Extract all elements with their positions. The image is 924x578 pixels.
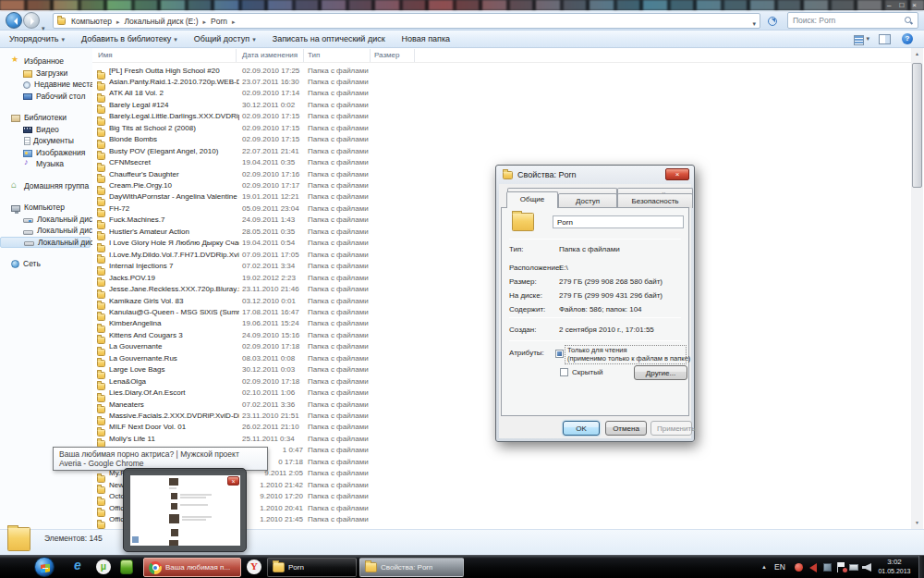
file-row[interactable]: Busty POV (Elegant Angel, 2010)22.07.201… xyxy=(92,145,911,157)
sidebar-group-header[interactable]: Домашняя группа xyxy=(0,180,92,192)
file-date: 02.09.2010 17:17 xyxy=(242,181,303,190)
ok-button[interactable]: OK xyxy=(563,421,600,436)
file-row[interactable]: ATK All 18 Vol. 202.09.2010 17:14Папка с… xyxy=(92,88,911,100)
network-icon[interactable] xyxy=(849,564,858,571)
action-center-flag-icon[interactable] xyxy=(836,562,846,572)
search-box[interactable]: Поиск: Porn xyxy=(787,12,918,29)
file-type: Папка с файлами xyxy=(308,215,382,224)
chrome-icon xyxy=(149,561,162,574)
toolbar-item[interactable]: Общий доступ xyxy=(194,34,256,43)
start-button[interactable] xyxy=(34,557,55,577)
hidden-checkbox[interactable] xyxy=(560,368,568,376)
dialog-close-icon[interactable] xyxy=(665,168,689,180)
language-indicator[interactable]: EN xyxy=(774,562,785,572)
dialog-tab[interactable]: Доступ xyxy=(558,193,617,208)
sidebar-item[interactable]: Загрузки xyxy=(0,68,92,80)
toolbar-item[interactable]: Упорядочить xyxy=(9,34,65,43)
folder-name-input[interactable]: Porn xyxy=(553,215,684,228)
selected-folder-icon xyxy=(7,527,30,551)
tray-icon-player[interactable] xyxy=(809,563,817,572)
close-icon[interactable]: × xyxy=(912,2,917,9)
file-row[interactable]: Asian.Panty.Raid.1-2.2010.720p.WEB-DL...… xyxy=(92,76,911,88)
back-button[interactable] xyxy=(6,12,22,29)
file-date: 05.09.2011 23:04 xyxy=(242,204,303,213)
address-dropdown-caret-icon[interactable] xyxy=(752,13,756,30)
sidebar-item[interactable]: Музыка xyxy=(0,158,92,170)
thumbnail-page[interactable] xyxy=(130,475,240,546)
preview-pane-icon[interactable] xyxy=(879,34,891,44)
sidebar-item[interactable]: Изображения xyxy=(0,147,92,159)
readonly-label-group[interactable]: Только для чтения (применимо только к фа… xyxy=(565,346,686,363)
taskbar-porn-folder-button[interactable]: Porn xyxy=(267,558,357,577)
file-row[interactable]: [PL] Fresh Outta High School #2002.09.20… xyxy=(92,65,911,77)
breadcrumb-item[interactable]: Локальный диск (E:) xyxy=(124,17,211,26)
toolbar-item[interactable]: Добавить в библиотеку xyxy=(81,34,177,43)
dialog-tab[interactable]: Безопасность xyxy=(617,193,693,208)
file-type: Папка с файлами xyxy=(308,192,382,201)
file-row[interactable]: Big Tits at School 2 (2008)02.09.2010 17… xyxy=(92,122,911,134)
scroll-down-icon[interactable] xyxy=(911,517,923,529)
taskbar-thumbnail-preview[interactable] xyxy=(123,468,247,552)
toolbar-item[interactable]: Записать на оптический диск xyxy=(273,34,385,43)
sidebar-item[interactable]: Рабочий стол xyxy=(0,91,92,103)
internet-explorer-icon[interactable]: e xyxy=(74,558,81,572)
folder-icon xyxy=(57,18,66,25)
other-attributes-button[interactable]: Другие... xyxy=(634,365,687,380)
sidebar-item-label: Локальный диск (E: xyxy=(38,238,92,247)
dialog-tab[interactable]: Общие xyxy=(506,191,558,208)
dialog-titlebar[interactable]: Свойства: Porn xyxy=(496,166,694,184)
column-header[interactable]: Размер xyxy=(374,51,400,59)
sidebar-item[interactable]: Локальный диск (D xyxy=(0,225,92,237)
change-view-icon[interactable] xyxy=(854,34,868,44)
scroll-thumb[interactable] xyxy=(912,63,922,188)
tray-icon-app[interactable] xyxy=(823,563,832,572)
toolbar-item[interactable]: Новая папка xyxy=(402,34,450,43)
breadcrumb-item[interactable]: Компьютер xyxy=(70,17,124,26)
sidebar-group-header[interactable]: Библиотеки xyxy=(0,112,92,124)
sidebar-group-header[interactable]: Избранное xyxy=(0,55,92,68)
file-name: Fuck.Machines.7 xyxy=(109,215,239,224)
folder-icon xyxy=(273,562,285,572)
scrollbar[interactable] xyxy=(911,48,923,529)
sidebar-item[interactable]: Видео xyxy=(0,124,92,136)
toolbar-item-label: Добавить в библиотеку xyxy=(81,34,171,43)
refresh-icon[interactable] xyxy=(768,17,777,26)
sidebar-item[interactable]: Документы xyxy=(0,135,92,147)
apply-button[interactable]: Применить xyxy=(650,421,692,436)
breadcrumb-item[interactable]: Porn xyxy=(210,17,238,26)
yandex-browser-icon[interactable]: Y xyxy=(247,560,261,574)
taskbar-chrome-button[interactable]: Ваша любимая п... xyxy=(143,558,241,577)
address-bar[interactable]: КомпьютерЛокальный диск (E:)Porn xyxy=(53,13,760,29)
help-icon[interactable] xyxy=(902,33,913,44)
taskbar-properties-button[interactable]: Свойства: Porn xyxy=(359,558,464,577)
tray-icon-antivirus[interactable] xyxy=(795,563,803,572)
minimize-icon[interactable]: – xyxy=(887,2,891,9)
utorrent-icon[interactable]: µ xyxy=(96,560,111,574)
file-name: Asian.Panty.Raid.1-2.2010.720p.WEB-DL... xyxy=(109,78,239,86)
sidebar-item[interactable]: Локальный диск (C xyxy=(0,214,92,226)
sidebar-item[interactable]: Локальный диск (E: xyxy=(0,237,91,249)
forward-button[interactable] xyxy=(23,12,40,29)
file-type: Папка с файлами xyxy=(308,112,382,120)
qip-icon[interactable] xyxy=(120,560,133,574)
sidebar-item[interactable]: Недавние места xyxy=(0,79,92,91)
file-row[interactable]: Barely.Legal.Little.Darlings.XXX.DVDRip0… xyxy=(92,111,911,123)
column-header[interactable]: Имя xyxy=(98,51,113,59)
file-date: 19.01.2011 12:21 xyxy=(242,192,303,201)
taskbar-clock[interactable]: 3:02 01.05.2013 xyxy=(870,558,918,576)
file-row[interactable]: Blonde Bombs02.09.2010 17:15Папка с файл… xyxy=(92,134,911,146)
tray-expand-icon[interactable] xyxy=(761,564,767,570)
show-desktop-button[interactable] xyxy=(918,556,924,578)
column-header[interactable]: Дата изменения xyxy=(242,51,298,59)
cancel-button[interactable]: Отмена xyxy=(605,421,647,436)
readonly-checkbox[interactable] xyxy=(555,350,564,358)
file-row[interactable]: Barely Legal #12430.12.2011 0:02Папка с … xyxy=(92,99,911,111)
sidebar-group-header[interactable]: Сеть xyxy=(0,258,92,270)
sidebar-group-header[interactable]: Компьютер xyxy=(0,202,92,214)
sidebar-item-label: Рабочий стол xyxy=(36,92,85,101)
thumbnail-close-icon[interactable] xyxy=(227,476,239,486)
scroll-up-icon[interactable] xyxy=(911,48,923,60)
restore-icon[interactable]: □ xyxy=(899,2,904,9)
disk-icon xyxy=(23,230,33,235)
column-header[interactable]: Тип xyxy=(308,51,320,59)
